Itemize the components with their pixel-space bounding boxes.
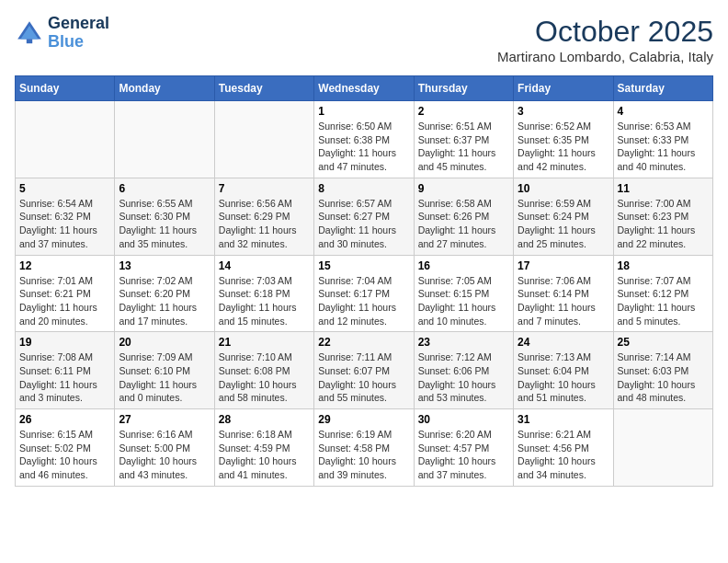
table-row [214,101,313,178]
day-info: Sunrise: 7:13 AM Sunset: 6:04 PM Dayligh… [518,350,609,405]
table-row: 26Sunrise: 6:15 AM Sunset: 5:02 PM Dayli… [16,409,115,487]
table-row: 10Sunrise: 6:59 AM Sunset: 6:24 PM Dayli… [514,178,613,255]
logo-line1: General [48,15,109,33]
day-number: 13 [119,259,210,272]
header-wednesday: Wednesday [314,76,414,101]
table-row: 19Sunrise: 7:08 AM Sunset: 6:11 PM Dayli… [16,332,115,409]
day-number: 8 [318,182,409,195]
table-row: 17Sunrise: 7:06 AM Sunset: 6:14 PM Dayli… [514,255,613,332]
day-info: Sunrise: 6:19 AM Sunset: 4:58 PM Dayligh… [318,428,409,482]
day-info: Sunrise: 6:15 AM Sunset: 5:02 PM Dayligh… [19,428,110,482]
table-row: 4Sunrise: 6:53 AM Sunset: 6:33 PM Daylig… [613,101,712,178]
table-row: 28Sunrise: 6:18 AM Sunset: 4:59 PM Dayli… [214,409,313,487]
day-number: 21 [219,336,310,349]
day-info: Sunrise: 6:56 AM Sunset: 6:29 PM Dayligh… [219,197,310,251]
table-row: 31Sunrise: 6:21 AM Sunset: 4:56 PM Dayli… [514,409,613,487]
day-info: Sunrise: 6:58 AM Sunset: 6:26 PM Dayligh… [418,197,509,251]
day-info: Sunrise: 7:01 AM Sunset: 6:21 PM Dayligh… [19,274,110,328]
day-number: 6 [119,182,210,195]
day-info: Sunrise: 7:14 AM Sunset: 6:03 PM Dayligh… [618,350,709,405]
day-number: 17 [518,259,609,272]
day-info: Sunrise: 6:59 AM Sunset: 6:24 PM Dayligh… [518,197,609,251]
table-row [115,101,214,178]
page-header: General Blue October 2025 Martirano Lomb… [15,15,713,64]
day-number: 11 [618,182,709,195]
table-row: 14Sunrise: 7:03 AM Sunset: 6:18 PM Dayli… [214,255,313,332]
day-number: 23 [418,336,509,349]
week-row-1: 1Sunrise: 6:50 AM Sunset: 6:38 PM Daylig… [16,101,713,178]
day-info: Sunrise: 7:10 AM Sunset: 6:08 PM Dayligh… [219,350,310,405]
month-year: October 2025 [497,15,713,49]
header-friday: Friday [514,76,613,101]
table-row: 24Sunrise: 7:13 AM Sunset: 6:04 PM Dayli… [514,332,613,409]
day-info: Sunrise: 7:04 AM Sunset: 6:17 PM Dayligh… [318,274,409,328]
day-number: 1 [318,105,409,118]
day-number: 4 [618,105,709,118]
day-number: 3 [518,105,609,118]
table-row: 12Sunrise: 7:01 AM Sunset: 6:21 PM Dayli… [16,255,115,332]
day-info: Sunrise: 6:54 AM Sunset: 6:32 PM Dayligh… [19,197,110,251]
day-info: Sunrise: 7:05 AM Sunset: 6:15 PM Dayligh… [418,274,509,328]
day-number: 26 [19,413,110,426]
table-row: 7Sunrise: 6:56 AM Sunset: 6:29 PM Daylig… [214,178,313,255]
table-row: 21Sunrise: 7:10 AM Sunset: 6:08 PM Dayli… [214,332,313,409]
day-number: 7 [219,182,310,195]
table-row: 8Sunrise: 6:57 AM Sunset: 6:27 PM Daylig… [314,178,414,255]
day-info: Sunrise: 6:21 AM Sunset: 4:56 PM Dayligh… [518,428,609,482]
table-row: 18Sunrise: 7:07 AM Sunset: 6:12 PM Dayli… [613,255,712,332]
day-number: 25 [618,336,709,349]
day-info: Sunrise: 7:08 AM Sunset: 6:11 PM Dayligh… [19,350,110,405]
table-row: 27Sunrise: 6:16 AM Sunset: 5:00 PM Dayli… [115,409,214,487]
day-number: 15 [318,259,409,272]
day-number: 31 [518,413,609,426]
header-sunday: Sunday [16,76,115,101]
table-row: 1Sunrise: 6:50 AM Sunset: 6:38 PM Daylig… [314,101,414,178]
day-info: Sunrise: 7:09 AM Sunset: 6:10 PM Dayligh… [119,350,210,405]
logo: General Blue [15,15,109,52]
table-row: 2Sunrise: 6:51 AM Sunset: 6:37 PM Daylig… [414,101,513,178]
table-row: 15Sunrise: 7:04 AM Sunset: 6:17 PM Dayli… [314,255,414,332]
table-row: 5Sunrise: 6:54 AM Sunset: 6:32 PM Daylig… [16,178,115,255]
day-number: 20 [119,336,210,349]
table-row: 22Sunrise: 7:11 AM Sunset: 6:07 PM Dayli… [314,332,414,409]
week-row-5: 26Sunrise: 6:15 AM Sunset: 5:02 PM Dayli… [16,409,713,487]
table-row: 6Sunrise: 6:55 AM Sunset: 6:30 PM Daylig… [115,178,214,255]
week-row-2: 5Sunrise: 6:54 AM Sunset: 6:32 PM Daylig… [16,178,713,255]
table-row: 11Sunrise: 7:00 AM Sunset: 6:23 PM Dayli… [613,178,712,255]
logo-line2: Blue [48,33,109,52]
title-block: October 2025 Martirano Lombardo, Calabri… [497,15,713,64]
day-info: Sunrise: 7:06 AM Sunset: 6:14 PM Dayligh… [518,274,609,328]
table-row: 29Sunrise: 6:19 AM Sunset: 4:58 PM Dayli… [314,409,414,487]
weekday-header-row: SundayMondayTuesdayWednesdayThursdayFrid… [16,76,713,101]
week-row-4: 19Sunrise: 7:08 AM Sunset: 6:11 PM Dayli… [16,332,713,409]
day-info: Sunrise: 7:11 AM Sunset: 6:07 PM Dayligh… [318,350,409,405]
week-row-3: 12Sunrise: 7:01 AM Sunset: 6:21 PM Dayli… [16,255,713,332]
day-info: Sunrise: 6:20 AM Sunset: 4:57 PM Dayligh… [418,428,509,482]
header-thursday: Thursday [414,76,513,101]
day-info: Sunrise: 7:00 AM Sunset: 6:23 PM Dayligh… [618,197,709,251]
day-number: 30 [418,413,509,426]
day-number: 10 [518,182,609,195]
day-number: 12 [19,259,110,272]
day-info: Sunrise: 6:57 AM Sunset: 6:27 PM Dayligh… [318,197,409,251]
day-info: Sunrise: 6:18 AM Sunset: 4:59 PM Dayligh… [219,428,310,482]
header-tuesday: Tuesday [214,76,313,101]
day-info: Sunrise: 6:51 AM Sunset: 6:37 PM Dayligh… [418,120,509,174]
table-row: 30Sunrise: 6:20 AM Sunset: 4:57 PM Dayli… [414,409,513,487]
location: Martirano Lombardo, Calabria, Italy [497,49,713,64]
table-row: 23Sunrise: 7:12 AM Sunset: 6:06 PM Dayli… [414,332,513,409]
day-info: Sunrise: 6:50 AM Sunset: 6:38 PM Dayligh… [318,120,409,174]
day-number: 14 [219,259,310,272]
day-number: 9 [418,182,509,195]
day-info: Sunrise: 7:07 AM Sunset: 6:12 PM Dayligh… [618,274,709,328]
day-number: 16 [418,259,509,272]
calendar: SundayMondayTuesdayWednesdayThursdayFrid… [15,75,713,487]
day-info: Sunrise: 7:02 AM Sunset: 6:20 PM Dayligh… [119,274,210,328]
table-row: 3Sunrise: 6:52 AM Sunset: 6:35 PM Daylig… [514,101,613,178]
day-info: Sunrise: 6:55 AM Sunset: 6:30 PM Dayligh… [119,197,210,251]
day-number: 2 [418,105,509,118]
table-row [16,101,115,178]
day-info: Sunrise: 7:03 AM Sunset: 6:18 PM Dayligh… [219,274,310,328]
day-number: 22 [318,336,409,349]
day-number: 28 [219,413,310,426]
